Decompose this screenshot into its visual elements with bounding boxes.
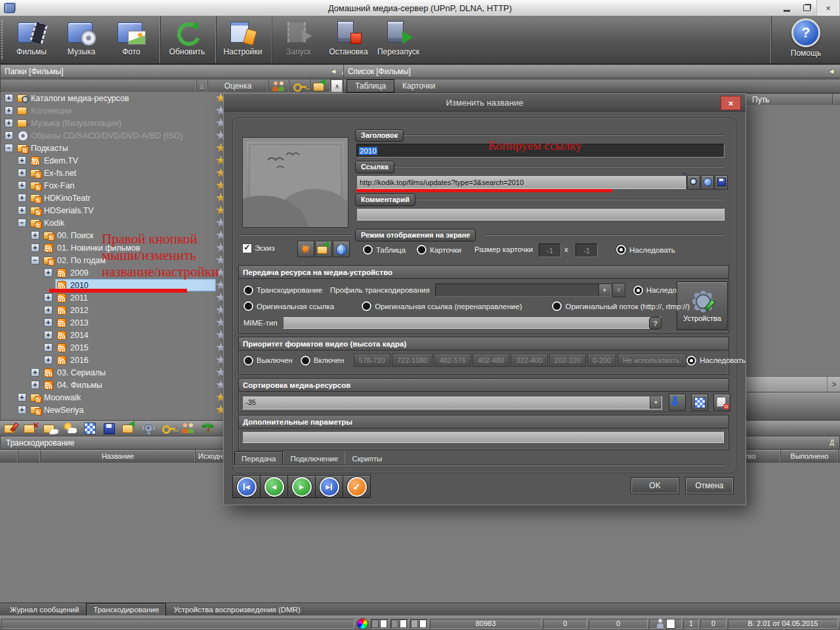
tree-item[interactable]: 04. Фильмы xyxy=(1,379,227,391)
tree-expander-icon[interactable] xyxy=(18,156,26,165)
tree-item[interactable]: Moonwalk xyxy=(1,391,227,404)
sort-grid-button[interactable] xyxy=(691,394,708,411)
toolbar-button[interactable]: Перезапуск xyxy=(373,16,423,63)
tree-toolbar-icon[interactable] xyxy=(181,422,195,434)
profile-clear-button[interactable]: × xyxy=(612,283,625,297)
sort-direction-button[interactable] xyxy=(669,394,686,411)
sort-column-header[interactable] xyxy=(310,79,331,93)
mime-input[interactable] xyxy=(283,316,661,329)
nav-button[interactable] xyxy=(343,475,371,498)
dropdown-arrow-icon[interactable]: ▼ xyxy=(598,284,610,296)
toolbar-button[interactable]: Запуск xyxy=(272,16,324,63)
card-width-input[interactable]: -1 xyxy=(539,243,561,257)
dialog-tab[interactable]: Передача xyxy=(234,452,283,466)
tree-toolbar-icon[interactable] xyxy=(43,422,57,434)
tree-item[interactable]: Коллекции xyxy=(1,104,227,117)
link-web-button[interactable] xyxy=(701,175,714,190)
dropdown-arrow-icon[interactable]: ▼ xyxy=(650,396,662,409)
tree-main-column[interactable] xyxy=(1,79,197,93)
dock-left-icon[interactable]: ◄ xyxy=(330,68,337,75)
format-range-button[interactable]: 402-480 xyxy=(472,354,509,367)
tree-toolbar-icon[interactable] xyxy=(63,422,77,434)
tree-toolbar-icon[interactable] xyxy=(102,422,116,434)
bottom-tab[interactable]: Журнал сообщений xyxy=(3,603,86,616)
sorting-dropdown[interactable]: -35 ▼ xyxy=(242,396,662,410)
tree-item[interactable]: Kodik xyxy=(1,217,227,229)
scroll-right-icon[interactable]: > xyxy=(827,377,840,392)
tree-expander-icon[interactable] xyxy=(44,331,52,339)
tree-item[interactable]: Каталоги медиа-ресурсов xyxy=(1,92,227,104)
format-range-button[interactable]: 482-576 xyxy=(434,354,471,367)
tree-toolbar-icon[interactable] xyxy=(83,422,96,434)
ok-button[interactable]: OK xyxy=(631,477,679,494)
transcoding-column-header[interactable]: Выполнено xyxy=(781,450,839,462)
radio-priority-on[interactable]: Включен xyxy=(301,356,345,366)
tree-expander-icon[interactable] xyxy=(5,119,13,127)
tree-item[interactable]: 2014 xyxy=(1,329,227,341)
tree-toolbar-icon[interactable] xyxy=(122,422,136,434)
format-range-button[interactable]: 202-320 xyxy=(549,354,586,367)
tree-expander-icon[interactable] xyxy=(44,356,52,364)
toolbar-grip[interactable] xyxy=(1,20,5,59)
transcoding-column-header[interactable] xyxy=(18,450,41,462)
tree-item[interactable]: 2016 xyxy=(1,354,227,366)
thumb-globe-button[interactable] xyxy=(333,241,350,257)
format-range-button[interactable]: 322-400 xyxy=(511,354,547,367)
transcoding-column-header[interactable] xyxy=(0,450,18,462)
tree-expander-icon[interactable] xyxy=(44,268,52,277)
tree-expander-icon[interactable] xyxy=(5,144,13,152)
tree-expander-icon[interactable] xyxy=(18,406,26,414)
tree-toolbar-icon[interactable] xyxy=(161,422,175,434)
bottom-tab[interactable]: Транскодирование xyxy=(86,603,166,616)
users-column-header[interactable] xyxy=(268,79,289,93)
list-view-tab[interactable]: Карточки xyxy=(394,79,443,93)
tree-item[interactable]: 2013 xyxy=(1,316,227,329)
thumbnail-checkbox[interactable]: ✓ xyxy=(242,243,252,253)
tree-expander-icon[interactable] xyxy=(18,169,26,177)
tree-toolbar-icon[interactable] xyxy=(4,422,18,434)
tree-expander-icon[interactable] xyxy=(44,318,52,327)
tree-item[interactable]: 2011 xyxy=(1,291,227,304)
tree-item[interactable]: HDKinoTeatr xyxy=(1,192,227,204)
dialog-close-button[interactable]: × xyxy=(721,96,741,110)
tree-expander-icon[interactable] xyxy=(31,243,39,252)
radio-priority-inherit[interactable]: Наследовать xyxy=(686,356,746,366)
format-range-button[interactable]: 0-200 xyxy=(587,354,616,367)
tree-item[interactable]: Музыка (Визуализация) xyxy=(1,117,227,129)
radio-display-inherit[interactable]: Наследовать xyxy=(616,245,675,255)
extra-params-input[interactable] xyxy=(242,431,724,443)
radio-transcoding[interactable]: Транскодирование xyxy=(243,285,322,295)
tree-item[interactable]: NewSeriya xyxy=(1,404,227,416)
tree-expander-icon[interactable] xyxy=(44,343,52,352)
radio-priority-off[interactable]: Выключен xyxy=(243,356,293,366)
radio-original-redirect[interactable]: Оригинальная ссылка (перенаправление) xyxy=(362,301,522,311)
link-input[interactable]: http://kodik.top/films/updates?type=3&se… xyxy=(356,175,686,189)
nav-button[interactable] xyxy=(232,475,261,498)
radio-original-link[interactable]: Оригинальная ссылка xyxy=(243,301,334,311)
dock-left-icon[interactable]: ◄ xyxy=(828,68,835,75)
nav-button[interactable] xyxy=(287,475,316,498)
mime-help-button[interactable]: ? xyxy=(649,317,662,329)
rating-column-header[interactable]: Оценка xyxy=(208,79,269,93)
tree-expander-icon[interactable] xyxy=(31,381,39,389)
dialog-tab[interactable]: Скрипты xyxy=(345,452,388,465)
tree-toolbar-icon[interactable] xyxy=(201,422,215,434)
tree-item[interactable]: 03. Сериалы xyxy=(1,366,227,379)
tree-toolbar-icon[interactable] xyxy=(24,422,37,434)
tree-expander-icon[interactable] xyxy=(44,306,52,314)
tree-expander-icon[interactable] xyxy=(31,256,39,264)
bottom-tab[interactable]: Устройства воспроизведения (DMR) xyxy=(166,603,307,616)
profile-dropdown[interactable]: ▼ xyxy=(435,284,611,297)
tree-item[interactable]: Fox-Fan xyxy=(1,179,227,192)
tree-item[interactable]: 2015 xyxy=(1,341,227,354)
tree-expander-icon[interactable] xyxy=(18,206,26,215)
radio-original-stream[interactable]: Оригинальный поток (http://, rtmp://) xyxy=(552,301,690,311)
pin-icon[interactable]: Д xyxy=(830,439,834,446)
toolbar-button[interactable]: Остановка xyxy=(324,16,373,63)
link-search-button[interactable] xyxy=(687,175,700,190)
format-range-button[interactable]: Не использовать: xyxy=(618,354,686,367)
toolbar-button[interactable]: Настройки xyxy=(216,16,268,63)
thumb-folder-button[interactable] xyxy=(315,241,332,257)
tree-expander-icon[interactable] xyxy=(18,219,26,227)
toolbar-button[interactable]: Фото xyxy=(106,16,156,63)
